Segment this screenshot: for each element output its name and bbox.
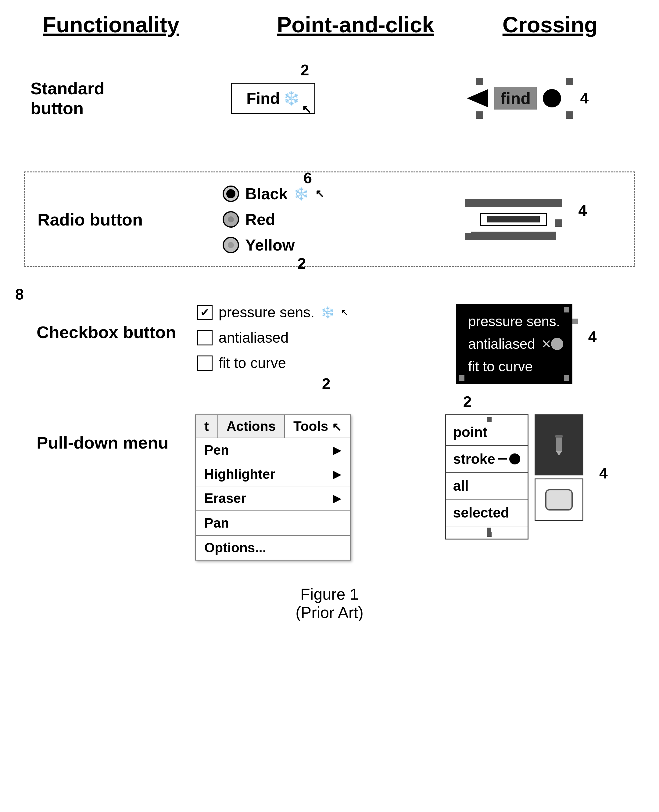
radio-outer-yellow <box>222 237 239 253</box>
radio-inner-yellow <box>228 242 234 248</box>
stroke-arrow <box>498 458 507 460</box>
radio-cross-col: 4 <box>394 172 634 266</box>
header-functionality: Functionality <box>43 13 179 37</box>
checkbox-crossing-col: pressure sens. antialiased ✕ fit to curv… <box>394 298 635 384</box>
standard-button-label: Standard button <box>24 78 153 118</box>
radio-button-label: Radio button <box>32 210 143 229</box>
checkbox-pc-inner: ✔ pressure sens. ❄️ ↖ antialiased fit to… <box>197 304 349 371</box>
crossing-top-panel <box>534 414 583 476</box>
find-button-label: Find <box>246 89 280 107</box>
radio-label-yellow: Yellow <box>245 236 295 254</box>
figure-caption: Figure 1 (Prior Art) <box>24 585 635 622</box>
find-button[interactable]: Find ❄️ ↖ <box>231 83 315 114</box>
menu-tab-tools-label: Tools <box>293 419 328 434</box>
pulldown-menu-row: Pull-down menu t Actions Tools <box>24 414 635 561</box>
checkbox-item-anti[interactable]: antialiased <box>197 329 349 346</box>
cb-crossing-fit-text: fit to curve <box>468 358 533 375</box>
small-sq-cp-br <box>564 375 569 381</box>
crossing-menu-list: point stroke all selected <box>445 414 528 540</box>
radio-inner-black <box>226 189 235 198</box>
checkbox-crossing-panel: pressure sens. antialiased ✕ fit to curv… <box>456 304 572 384</box>
crossing-item-stroke: stroke <box>446 447 528 471</box>
menu-tab-t-label: t <box>204 419 209 434</box>
checkbox-item-pressure[interactable]: ✔ pressure sens. ❄️ ↖ <box>197 304 349 321</box>
radio-pc-col: 6 Black ❄️ ↖ <box>153 172 394 266</box>
menu-item-highlighter[interactable]: Highlighter ▶ <box>196 462 350 487</box>
num-8-label: 8 <box>15 286 24 303</box>
pulldown-label: Pull-down menu <box>30 433 168 453</box>
header-pointclick: Point-and-click <box>277 13 434 37</box>
num-8-curve: ╮ <box>33 292 35 294</box>
menu-item-pan[interactable]: Pan <box>196 510 350 535</box>
figure-title: Figure 1 <box>24 585 635 603</box>
radio-label-red: Red <box>245 210 275 229</box>
dot-stroke <box>509 453 520 464</box>
menu-tabs: t Actions Tools ↖ <box>196 415 350 438</box>
eraser-shape <box>545 489 573 510</box>
menu-tab-tools[interactable]: Tools ↖ <box>285 415 350 438</box>
checkbox-label-anti: antialiased <box>219 329 289 346</box>
crossing-stroke-label: stroke <box>453 451 495 467</box>
menu-highlighter-label: Highlighter <box>204 466 275 482</box>
cb-crossing-fit: fit to curve <box>468 358 560 375</box>
menu-tab-actions-label: Actions <box>227 419 276 434</box>
snowflake-icon-radio: ❄️ <box>294 187 309 201</box>
radio-crossing-bar-bottom <box>471 232 556 240</box>
cursor-icon-radio: ↖ <box>315 187 324 200</box>
header-crossing: Crossing <box>503 13 598 37</box>
radio-crossing-inner-bar <box>487 216 540 223</box>
menu-arrow-pen: ▶ <box>333 444 342 457</box>
menu-container: t Actions Tools ↖ Pen ▶ <box>195 414 351 561</box>
checkbox-item-fit[interactable]: fit to curve <box>197 355 349 371</box>
crossing-side-panels <box>534 414 583 540</box>
cb-crossing-anti-text: antialiased <box>468 336 535 352</box>
menu-tab-actions[interactable]: Actions <box>218 415 285 438</box>
radio-crossing-inner: 4 <box>465 199 562 240</box>
crossing-separator-2 <box>446 472 528 473</box>
checkbox-crossing-inner: pressure sens. antialiased ✕ fit to curv… <box>456 304 572 384</box>
checkbox-box-fit <box>197 355 213 371</box>
pulldown-crossing-col: 2 point stroke <box>394 414 635 540</box>
arrow-left-icon <box>467 89 488 107</box>
menu-item-options[interactable]: Options... <box>196 535 350 560</box>
cursor-cb: ↖ <box>341 306 349 318</box>
num-2-radio: 2 <box>297 255 306 272</box>
menu-tab-t[interactable]: t <box>196 415 218 438</box>
menu-item-pen[interactable]: Pen ▶ <box>196 438 350 462</box>
menu-item-eraser[interactable]: Eraser ▶ <box>196 487 350 510</box>
radio-item-yellow[interactable]: Yellow <box>222 236 324 254</box>
small-sq-bottom <box>487 528 491 532</box>
radio-crossing-bar-top <box>465 199 562 207</box>
radio-inner-red <box>228 216 234 223</box>
crossing-bottom-panel <box>534 479 583 521</box>
radio-crossing-box <box>480 213 547 226</box>
radio-dashed-border: Radio button 6 Black ❄️ ↖ <box>24 172 635 267</box>
radio-item-red[interactable]: Red <box>222 210 324 229</box>
small-sq-bl <box>476 111 483 119</box>
num-4-pulldown: 4 <box>599 464 608 482</box>
pulldown-label-col: Pull-down menu <box>24 414 153 453</box>
menu-arrow-highlighter: ▶ <box>333 468 342 480</box>
crossing-item-all: all <box>446 474 528 498</box>
menu-pan-label: Pan <box>204 515 229 531</box>
std-crossing-wrap: find 4 <box>467 87 561 109</box>
dot-circle <box>543 89 561 107</box>
cb-crossing-pressure: pressure sens. <box>468 313 560 330</box>
radio-label-black: Black <box>245 185 288 203</box>
crossing-separator-1 <box>446 445 528 446</box>
svg-marker-1 <box>556 451 562 456</box>
small-sq-tl <box>476 78 483 85</box>
radio-crossing-selected <box>480 213 547 226</box>
num-2-standard: 2 <box>301 61 309 79</box>
radio-outer-red <box>222 211 239 227</box>
svg-rect-2 <box>555 435 563 438</box>
radio-item-black[interactable]: Black ❄️ ↖ <box>222 185 324 203</box>
figure-subtitle: (Prior Art) <box>24 603 635 622</box>
small-sq-cp-bl <box>459 375 464 381</box>
menu-options-label: Options... <box>204 540 266 555</box>
radio-group: Black ❄️ ↖ Red <box>222 185 324 254</box>
checkbox-box-anti <box>197 330 213 346</box>
num-2-checkbox: 2 <box>322 375 331 393</box>
checkbox-label-pressure: pressure sens. <box>219 304 315 321</box>
cursor-menu-icon: ↖ <box>332 420 342 433</box>
